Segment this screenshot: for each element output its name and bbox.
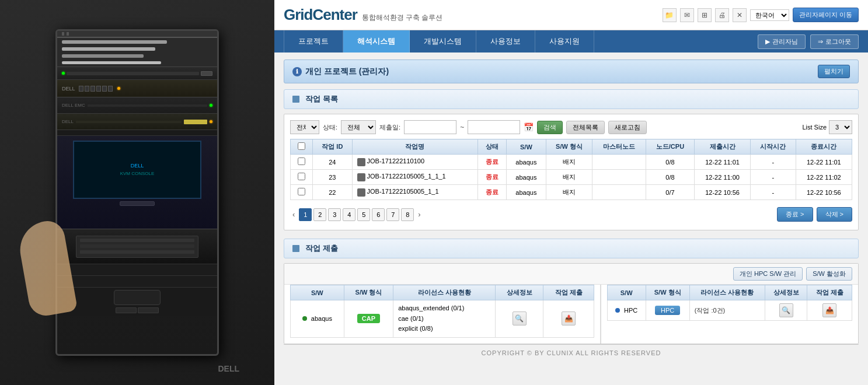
row-master-node [592, 155, 646, 170]
status-select[interactable]: 전체 [341, 120, 376, 134]
job-list-header: 작업 목록 [284, 89, 859, 109]
all-select[interactable]: 전체 [290, 120, 319, 134]
print-icon[interactable]: 🖨 [715, 8, 729, 22]
col-sw-type: S/W 형식 [546, 139, 592, 155]
nav-item-analysis[interactable]: 해석시스템 [343, 30, 410, 52]
right-col-license: 라이선스 사용현황 [689, 285, 765, 300]
nav-logout-button[interactable]: ⇒ 로그아웃 [810, 34, 859, 49]
sw-type-cell: CAP [344, 300, 393, 338]
list-size-select[interactable]: 3 5 10 [829, 120, 852, 134]
status-label: 상태: [323, 123, 337, 132]
search-button[interactable]: 검색 [537, 121, 563, 134]
left-col-sw-type: S/W 형식 [344, 285, 393, 300]
select-all-checkbox[interactable] [298, 142, 305, 150]
hpc-submit-icon-button[interactable]: 📤 [822, 303, 836, 317]
app-header: GridCenter 통합해석환경 구축 솔루션 📁 ✉ ⊞ 🖨 ✕ 한국어 E… [274, 0, 868, 30]
header-right: 📁 ✉ ⊞ 🖨 ✕ 한국어 English 관리자페이지 이동 [663, 8, 859, 22]
page-1[interactable]: 1 [299, 208, 312, 221]
rack-photo-panel: DELL DELL EMC DELL [0, 0, 274, 385]
info-icon: ℹ [292, 67, 302, 76]
list-size-area: List Size 3 5 10 [802, 120, 852, 134]
page-7[interactable]: 7 [386, 208, 399, 221]
page-3[interactable]: 3 [328, 208, 341, 221]
row-select-checkbox[interactable] [298, 173, 305, 180]
col-end-time: 종료시간 [796, 139, 852, 155]
grid-icon[interactable]: ⊞ [698, 8, 712, 22]
row-sw-type: 배지 [546, 185, 592, 200]
row-checkbox [291, 170, 313, 185]
header-left: GridCenter 통합해석환경 구축 솔루션 [284, 6, 442, 24]
submit-left-panel: S/W S/W 형식 라이선스 사용현황 상세정보 작업 제출 [284, 285, 600, 344]
row-submit-time: 12-22 10:56 [694, 185, 750, 200]
page-6[interactable]: 6 [372, 208, 385, 221]
row-select-checkbox[interactable] [298, 188, 305, 195]
row-node-cpu: 0/7 [646, 185, 694, 200]
nav-admin-button[interactable]: ▶ 관리자님 [758, 34, 806, 49]
date-from-input[interactable] [404, 120, 456, 134]
job-icon [357, 188, 365, 197]
nav-item-support[interactable]: 사용지원 [535, 30, 594, 52]
row-name: JOB-171222105005_1_1_1 [352, 170, 477, 185]
nav-item-dev[interactable]: 개발시스템 [410, 30, 476, 52]
date-to-input[interactable] [468, 120, 520, 134]
detail-icon-button[interactable]: 🔍 [513, 312, 527, 326]
row-name: JOB-171222110100 [352, 155, 477, 170]
admin-page-button[interactable]: 관리자페이지 이동 [793, 8, 859, 22]
hpc-detail-icon-button[interactable]: 🔍 [779, 303, 793, 317]
job-list-body: 전체 상태: 전체 제출일: ~ 📅 검색 전체목록 새로고침 List Si [284, 114, 859, 230]
submit-tables: S/W S/W 형식 라이선스 사용현황 상세정보 작업 제출 [284, 285, 858, 344]
row-start-time: - [751, 155, 796, 170]
sw-cell: abaqus [291, 300, 344, 338]
job-table: 작업 ID 작업명 상태 S/W S/W 형식 마스터노드 노드/CPU 제출시… [290, 139, 852, 200]
col-master-node: 마스터노드 [592, 139, 646, 155]
row-sw: abaqus [507, 170, 546, 185]
language-select[interactable]: 한국어 English [750, 9, 789, 21]
user-icon: ▶ [765, 38, 770, 46]
job-submit-body: 개인 HPC S/W 관리 S/W 활성화 S/W S/W 형식 라이선스 사용… [284, 263, 859, 344]
close-icon[interactable]: ✕ [733, 8, 747, 22]
job-submit-icon-button[interactable]: 📤 [562, 312, 576, 326]
list-all-button[interactable]: 전체목록 [566, 121, 605, 134]
prev-page[interactable]: ‹ [290, 210, 297, 219]
email-icon[interactable]: ✉ [680, 8, 694, 22]
delete-button[interactable]: 삭제 > [817, 207, 852, 222]
hpc-sw-cell: HPC [607, 300, 646, 321]
table-row: abaqus CAP abaqus_extended (0/1) cae (0 [291, 300, 594, 338]
sw-activate-button[interactable]: S/W 활성화 [806, 267, 852, 281]
footer-text: COPYRIGHT © BY CLUNIX ALL RIGHTS RESERVE… [482, 349, 661, 356]
nav-item-project[interactable]: 프로젝트 [284, 30, 343, 52]
page-4[interactable]: 4 [343, 208, 355, 221]
detail-cell: 🔍 [496, 300, 543, 338]
col-submit-time: 제출시간 [694, 139, 750, 155]
refresh-button[interactable]: 새로고침 [608, 121, 647, 134]
right-col-sw: S/W [607, 285, 646, 300]
end-button[interactable]: 종료 > [777, 207, 813, 222]
table-row: 24 JOB-171222110100 종료 abaqus 배지 0/8 12-… [291, 155, 852, 170]
tilde-separator: ~ [460, 123, 464, 131]
page-5[interactable]: 5 [357, 208, 370, 221]
cap-badge: CAP [357, 314, 380, 323]
row-master-node [592, 185, 646, 200]
job-list-section-icon [292, 96, 299, 103]
page-numbers: ‹ 1 2 3 4 5 6 7 8 › [290, 208, 423, 221]
nav-item-usage[interactable]: 사용정보 [476, 30, 535, 52]
job-icon [357, 173, 365, 181]
row-select-checkbox[interactable] [298, 158, 305, 165]
job-list-section: 작업 목록 전체 상태: 전체 제출일: ~ 📅 검색 [284, 89, 859, 230]
right-col-detail: 상세정보 [765, 285, 807, 300]
expand-button[interactable]: 펼치기 [818, 65, 850, 78]
hpc-manage-button[interactable]: 개인 HPC S/W 관리 [733, 267, 803, 281]
next-page[interactable]: › [416, 210, 423, 219]
page-2[interactable]: 2 [313, 208, 326, 221]
col-checkbox [291, 139, 313, 155]
license-cell: abaqus_extended (0/1) cae (0/1) explicit… [393, 300, 496, 338]
row-node-cpu: 0/8 [646, 170, 694, 185]
brand-subtitle: 통합해석환경 구축 솔루션 [362, 13, 443, 23]
brand-name: GridCenter [284, 6, 357, 24]
left-col-detail: 상세정보 [496, 285, 543, 300]
calendar-icon[interactable]: 📅 [524, 123, 534, 132]
page-8[interactable]: 8 [401, 208, 414, 221]
submit-left-table: S/W S/W 형식 라이선스 사용현황 상세정보 작업 제출 [290, 285, 594, 338]
folder-icon[interactable]: 📁 [663, 8, 677, 22]
row-sw-type: 배지 [546, 155, 592, 170]
